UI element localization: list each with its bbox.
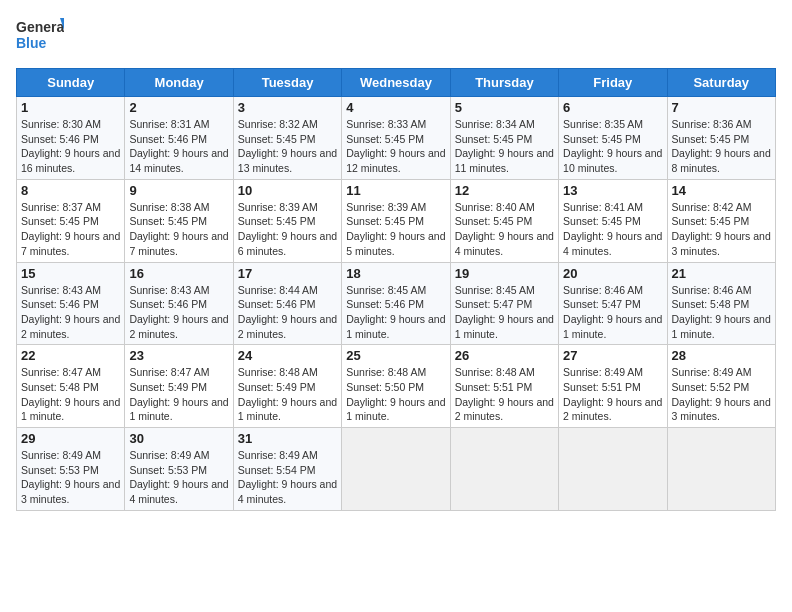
calendar-cell: 18 Sunrise: 8:45 AMSunset: 5:46 PMDaylig… [342,262,450,345]
day-number: 29 [21,431,120,446]
day-number: 14 [672,183,771,198]
calendar-cell: 22 Sunrise: 8:47 AMSunset: 5:48 PMDaylig… [17,345,125,428]
day-number: 31 [238,431,337,446]
calendar-cell: 20 Sunrise: 8:46 AMSunset: 5:47 PMDaylig… [559,262,667,345]
calendar-cell: 11 Sunrise: 8:39 AMSunset: 5:45 PMDaylig… [342,179,450,262]
week-row-5: 29 Sunrise: 8:49 AMSunset: 5:53 PMDaylig… [17,428,776,511]
calendar-cell: 28 Sunrise: 8:49 AMSunset: 5:52 PMDaylig… [667,345,775,428]
cell-info: Sunrise: 8:43 AMSunset: 5:46 PMDaylight:… [129,284,228,340]
day-number: 26 [455,348,554,363]
cell-info: Sunrise: 8:33 AMSunset: 5:45 PMDaylight:… [346,118,445,174]
cell-info: Sunrise: 8:37 AMSunset: 5:45 PMDaylight:… [21,201,120,257]
cell-info: Sunrise: 8:49 AMSunset: 5:52 PMDaylight:… [672,366,771,422]
cell-info: Sunrise: 8:49 AMSunset: 5:54 PMDaylight:… [238,449,337,505]
day-number: 12 [455,183,554,198]
calendar-cell: 29 Sunrise: 8:49 AMSunset: 5:53 PMDaylig… [17,428,125,511]
day-number: 18 [346,266,445,281]
calendar-cell: 27 Sunrise: 8:49 AMSunset: 5:51 PMDaylig… [559,345,667,428]
calendar-cell: 10 Sunrise: 8:39 AMSunset: 5:45 PMDaylig… [233,179,341,262]
cell-info: Sunrise: 8:42 AMSunset: 5:45 PMDaylight:… [672,201,771,257]
header-row: SundayMondayTuesdayWednesdayThursdayFrid… [17,69,776,97]
cell-info: Sunrise: 8:38 AMSunset: 5:45 PMDaylight:… [129,201,228,257]
cell-info: Sunrise: 8:47 AMSunset: 5:49 PMDaylight:… [129,366,228,422]
week-row-2: 8 Sunrise: 8:37 AMSunset: 5:45 PMDayligh… [17,179,776,262]
week-row-3: 15 Sunrise: 8:43 AMSunset: 5:46 PMDaylig… [17,262,776,345]
cell-info: Sunrise: 8:43 AMSunset: 5:46 PMDaylight:… [21,284,120,340]
calendar-cell: 14 Sunrise: 8:42 AMSunset: 5:45 PMDaylig… [667,179,775,262]
day-number: 15 [21,266,120,281]
calendar-cell: 13 Sunrise: 8:41 AMSunset: 5:45 PMDaylig… [559,179,667,262]
cell-info: Sunrise: 8:49 AMSunset: 5:51 PMDaylight:… [563,366,662,422]
calendar-cell: 12 Sunrise: 8:40 AMSunset: 5:45 PMDaylig… [450,179,558,262]
day-number: 30 [129,431,228,446]
week-row-1: 1 Sunrise: 8:30 AMSunset: 5:46 PMDayligh… [17,97,776,180]
calendar-cell: 19 Sunrise: 8:45 AMSunset: 5:47 PMDaylig… [450,262,558,345]
day-number: 3 [238,100,337,115]
cell-info: Sunrise: 8:44 AMSunset: 5:46 PMDaylight:… [238,284,337,340]
day-number: 27 [563,348,662,363]
day-number: 4 [346,100,445,115]
cell-info: Sunrise: 8:34 AMSunset: 5:45 PMDaylight:… [455,118,554,174]
calendar-cell: 7 Sunrise: 8:36 AMSunset: 5:45 PMDayligh… [667,97,775,180]
header-day-wednesday: Wednesday [342,69,450,97]
calendar-cell: 15 Sunrise: 8:43 AMSunset: 5:46 PMDaylig… [17,262,125,345]
calendar-cell: 25 Sunrise: 8:48 AMSunset: 5:50 PMDaylig… [342,345,450,428]
calendar-cell: 1 Sunrise: 8:30 AMSunset: 5:46 PMDayligh… [17,97,125,180]
header: General Blue [16,16,776,60]
day-number: 9 [129,183,228,198]
calendar-cell [450,428,558,511]
cell-info: Sunrise: 8:45 AMSunset: 5:46 PMDaylight:… [346,284,445,340]
cell-info: Sunrise: 8:46 AMSunset: 5:48 PMDaylight:… [672,284,771,340]
day-number: 5 [455,100,554,115]
calendar-cell: 5 Sunrise: 8:34 AMSunset: 5:45 PMDayligh… [450,97,558,180]
day-number: 16 [129,266,228,281]
day-number: 8 [21,183,120,198]
day-number: 6 [563,100,662,115]
cell-info: Sunrise: 8:40 AMSunset: 5:45 PMDaylight:… [455,201,554,257]
cell-info: Sunrise: 8:36 AMSunset: 5:45 PMDaylight:… [672,118,771,174]
logo: General Blue [16,16,64,60]
cell-info: Sunrise: 8:49 AMSunset: 5:53 PMDaylight:… [21,449,120,505]
calendar-cell: 2 Sunrise: 8:31 AMSunset: 5:46 PMDayligh… [125,97,233,180]
cell-info: Sunrise: 8:47 AMSunset: 5:48 PMDaylight:… [21,366,120,422]
day-number: 24 [238,348,337,363]
svg-text:General: General [16,19,64,35]
day-number: 11 [346,183,445,198]
day-number: 7 [672,100,771,115]
day-number: 20 [563,266,662,281]
week-row-4: 22 Sunrise: 8:47 AMSunset: 5:48 PMDaylig… [17,345,776,428]
cell-info: Sunrise: 8:41 AMSunset: 5:45 PMDaylight:… [563,201,662,257]
day-number: 28 [672,348,771,363]
calendar-cell [667,428,775,511]
cell-info: Sunrise: 8:49 AMSunset: 5:53 PMDaylight:… [129,449,228,505]
calendar-cell [559,428,667,511]
calendar-cell: 26 Sunrise: 8:48 AMSunset: 5:51 PMDaylig… [450,345,558,428]
header-day-monday: Monday [125,69,233,97]
calendar-cell: 16 Sunrise: 8:43 AMSunset: 5:46 PMDaylig… [125,262,233,345]
day-number: 17 [238,266,337,281]
cell-info: Sunrise: 8:48 AMSunset: 5:49 PMDaylight:… [238,366,337,422]
calendar-cell: 8 Sunrise: 8:37 AMSunset: 5:45 PMDayligh… [17,179,125,262]
calendar-cell [342,428,450,511]
calendar-cell: 24 Sunrise: 8:48 AMSunset: 5:49 PMDaylig… [233,345,341,428]
cell-info: Sunrise: 8:31 AMSunset: 5:46 PMDaylight:… [129,118,228,174]
day-number: 25 [346,348,445,363]
day-number: 21 [672,266,771,281]
calendar-cell: 31 Sunrise: 8:49 AMSunset: 5:54 PMDaylig… [233,428,341,511]
cell-info: Sunrise: 8:39 AMSunset: 5:45 PMDaylight:… [346,201,445,257]
cell-info: Sunrise: 8:48 AMSunset: 5:51 PMDaylight:… [455,366,554,422]
cell-info: Sunrise: 8:35 AMSunset: 5:45 PMDaylight:… [563,118,662,174]
day-number: 10 [238,183,337,198]
header-day-thursday: Thursday [450,69,558,97]
header-day-friday: Friday [559,69,667,97]
cell-info: Sunrise: 8:45 AMSunset: 5:47 PMDaylight:… [455,284,554,340]
calendar-table: SundayMondayTuesdayWednesdayThursdayFrid… [16,68,776,511]
header-day-saturday: Saturday [667,69,775,97]
calendar-cell: 6 Sunrise: 8:35 AMSunset: 5:45 PMDayligh… [559,97,667,180]
svg-text:Blue: Blue [16,35,47,51]
calendar-cell: 17 Sunrise: 8:44 AMSunset: 5:46 PMDaylig… [233,262,341,345]
cell-info: Sunrise: 8:48 AMSunset: 5:50 PMDaylight:… [346,366,445,422]
day-number: 1 [21,100,120,115]
day-number: 19 [455,266,554,281]
cell-info: Sunrise: 8:39 AMSunset: 5:45 PMDaylight:… [238,201,337,257]
